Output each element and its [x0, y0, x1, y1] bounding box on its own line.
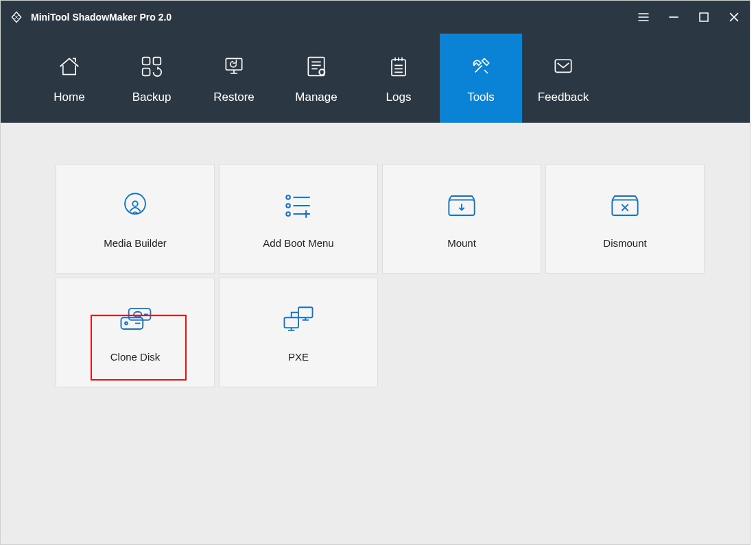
tool-clone-disk[interactable]: Clone Disk: [56, 278, 215, 387]
svg-point-10: [132, 201, 137, 206]
maximize-icon[interactable]: [696, 10, 711, 25]
svg-rect-7: [392, 60, 405, 75]
tool-label: Add Boot Menu: [263, 237, 333, 249]
svg-rect-4: [226, 58, 241, 70]
svg-rect-2: [154, 58, 161, 65]
nav-label: Tools: [467, 90, 495, 104]
nav-feedback[interactable]: Feedback: [522, 34, 604, 123]
dismount-icon: [606, 189, 644, 222]
tool-label: Media Builder: [104, 237, 167, 249]
mount-icon: [442, 189, 481, 222]
tool-pxe[interactable]: PXE: [219, 278, 378, 387]
svg-rect-21: [284, 317, 298, 328]
tool-mount[interactable]: Mount: [382, 164, 541, 274]
nav-backup[interactable]: Backup: [110, 34, 193, 123]
tool-label: PXE: [288, 351, 309, 363]
restore-icon: [220, 52, 248, 81]
nav-manage[interactable]: Manage: [275, 34, 357, 123]
highlight-box: [91, 315, 187, 380]
svg-rect-20: [298, 307, 313, 317]
nav-tools[interactable]: Tools: [440, 34, 522, 123]
svg-rect-1: [143, 58, 150, 65]
tool-add-boot-menu[interactable]: Add Boot Menu: [219, 164, 378, 274]
window-controls: [636, 10, 742, 25]
nav-logs[interactable]: Logs: [357, 34, 440, 123]
tool-label: Mount: [447, 237, 476, 249]
pxe-icon: [279, 303, 318, 336]
app-title: MiniTool ShadowMaker Pro 2.0: [31, 12, 172, 23]
svg-rect-0: [700, 13, 708, 21]
tools-panel: Media Builder Add Boot Menu: [1, 123, 750, 544]
svg-point-12: [286, 204, 290, 208]
media-builder-icon: [116, 189, 154, 222]
tool-label: Dismount: [603, 237, 646, 249]
svg-rect-5: [308, 58, 324, 76]
svg-rect-8: [555, 60, 571, 72]
svg-point-9: [125, 193, 145, 214]
svg-rect-3: [143, 69, 150, 76]
app-logo-icon: [9, 10, 24, 25]
nav-restore[interactable]: Restore: [193, 34, 275, 123]
logs-icon: [384, 52, 413, 81]
backup-icon: [137, 52, 166, 81]
home-icon: [55, 52, 84, 81]
manage-icon: [302, 52, 331, 81]
svg-point-13: [286, 212, 290, 216]
nav-label: Logs: [386, 90, 412, 104]
feedback-icon: [549, 52, 578, 81]
tools-grid: Media Builder Add Boot Menu: [56, 164, 695, 387]
title-bar: MiniTool ShadowMaker Pro 2.0: [1, 1, 750, 34]
nav-label: Backup: [132, 90, 172, 104]
main-nav: Home Backup Restore: [1, 34, 750, 123]
tools-icon: [466, 52, 495, 81]
nav-home[interactable]: Home: [28, 34, 110, 123]
add-boot-menu-icon: [279, 189, 318, 222]
svg-point-11: [286, 195, 290, 199]
tool-media-builder[interactable]: Media Builder: [56, 164, 215, 274]
nav-label: Feedback: [538, 90, 589, 104]
app-window: MiniTool ShadowMaker Pro 2.0 Ho: [0, 0, 751, 545]
minimize-icon[interactable]: [666, 10, 681, 25]
nav-label: Manage: [295, 90, 337, 104]
nav-label: Restore: [213, 90, 255, 104]
menu-icon[interactable]: [636, 10, 651, 25]
close-icon[interactable]: [727, 10, 742, 25]
nav-label: Home: [54, 90, 84, 104]
tool-dismount[interactable]: Dismount: [545, 164, 705, 274]
